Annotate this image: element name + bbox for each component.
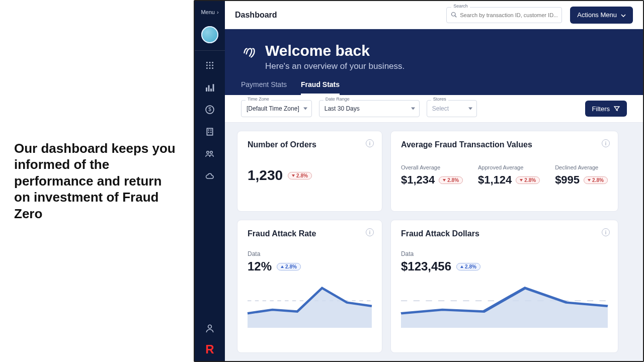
- avg-label: Declined Average: [555, 164, 608, 170]
- profile-icon[interactable]: [205, 324, 214, 333]
- topbar: Dashboard Search Actions Menu: [225, 1, 643, 29]
- hero-title: Welcome back: [265, 42, 405, 59]
- card-title: Fraud Attack Rate: [248, 229, 372, 238]
- app-frame: Menu › $: [194, 0, 644, 362]
- chevron-down-icon: [621, 11, 626, 19]
- svg-point-6: [206, 67, 208, 69]
- card-title: Average Fraud Transaction Values: [401, 140, 608, 149]
- search-input[interactable]: [460, 12, 557, 18]
- avatar[interactable]: [201, 26, 218, 43]
- triangle-down-icon: [292, 174, 295, 177]
- stores-legend: Stores: [431, 97, 448, 102]
- avg-value: $1,234: [401, 173, 435, 187]
- timezone-select[interactable]: Time Zone [Default Time Zone]: [241, 100, 312, 117]
- stores-select[interactable]: Stores Select: [427, 100, 477, 117]
- attack-dollars-delta-pill: 2.8%: [456, 263, 480, 270]
- svg-point-20: [207, 151, 209, 154]
- page-title: Dashboard: [235, 11, 277, 20]
- card-avg-fraud-values: Average Fraud Transaction Values i Overa…: [390, 131, 618, 212]
- cloud-icon[interactable]: [205, 171, 214, 180]
- filter-icon: [614, 105, 620, 113]
- brand-logo: R: [204, 343, 215, 356]
- avg-col-declined: Declined Average $995 2.8%: [555, 164, 608, 187]
- orders-delta: 2.8%: [296, 173, 308, 178]
- avg-label: Approved Average: [478, 164, 540, 170]
- chevron-down-icon: [411, 108, 415, 110]
- attack-dollars-value: $123,456: [401, 259, 451, 274]
- timezone-legend: Time Zone: [246, 97, 271, 102]
- svg-point-4: [209, 65, 211, 66]
- menu-toggle-label: Menu: [201, 9, 215, 15]
- triangle-down-icon: [443, 179, 446, 182]
- svg-rect-18: [208, 132, 209, 133]
- actions-menu-button[interactable]: Actions Menu: [570, 7, 633, 24]
- attack-dollars-chart: [401, 283, 608, 328]
- svg-point-23: [452, 12, 456, 16]
- svg-point-21: [210, 151, 213, 154]
- avg-delta-pill: 2.8%: [439, 176, 463, 184]
- search-field[interactable]: Search: [446, 7, 562, 23]
- tab-payment-stats[interactable]: Payment Stats: [241, 80, 287, 95]
- triangle-up-icon: [281, 265, 284, 268]
- chevron-right-icon: ›: [217, 9, 219, 15]
- nav-icons: $: [195, 50, 225, 180]
- chevron-down-icon: [303, 108, 307, 110]
- info-icon[interactable]: i: [366, 139, 374, 147]
- stores-value: Select: [432, 105, 449, 112]
- daterange-select[interactable]: Date Range Last 30 Days: [319, 100, 420, 117]
- users-icon[interactable]: [205, 149, 214, 158]
- bar-chart-icon[interactable]: [205, 83, 214, 92]
- svg-point-0: [206, 62, 208, 63]
- info-icon[interactable]: i: [602, 228, 610, 236]
- svg-point-2: [212, 62, 213, 63]
- daterange-legend: Date Range: [324, 97, 352, 102]
- data-label: Data: [401, 250, 608, 257]
- tab-fraud-stats[interactable]: Fraud Stats: [301, 80, 340, 95]
- svg-rect-12: [213, 84, 214, 92]
- attack-rate-chart: [248, 283, 372, 328]
- timezone-value: [Default Time Zone]: [247, 105, 299, 112]
- svg-point-1: [209, 62, 211, 63]
- filters-button[interactable]: Filters: [585, 101, 627, 117]
- hero-tabs: Payment Stats Fraud Stats: [241, 80, 627, 95]
- avg-delta-pill: 2.8%: [516, 176, 540, 184]
- svg-rect-16: [208, 130, 209, 131]
- grid-icon[interactable]: [205, 61, 214, 70]
- svg-rect-19: [210, 132, 211, 133]
- avg-label: Overall Average: [401, 164, 463, 170]
- svg-text:$: $: [208, 107, 211, 112]
- attack-rate-value: 12%: [248, 259, 272, 274]
- building-icon[interactable]: [205, 127, 214, 136]
- menu-toggle[interactable]: Menu ›: [195, 1, 225, 23]
- marketing-text: Our dashboard keeps you informed of the …: [14, 140, 180, 222]
- svg-rect-11: [210, 88, 212, 92]
- info-icon[interactable]: i: [366, 228, 374, 236]
- svg-point-22: [208, 325, 212, 328]
- card-title: Fraud Attack Dollars: [401, 229, 608, 238]
- triangle-up-icon: [460, 265, 463, 268]
- avg-value: $995: [555, 173, 580, 187]
- avg-value: $1,124: [478, 173, 512, 187]
- triangle-down-icon: [588, 179, 591, 182]
- dollar-icon[interactable]: $: [205, 105, 214, 114]
- svg-point-3: [206, 65, 208, 66]
- avg-col-overall: Overall Average $1,234 2.8%: [401, 164, 463, 187]
- filter-bar: Time Zone [Default Time Zone] Date Range…: [225, 95, 643, 123]
- search-icon: [451, 12, 457, 19]
- orders-value: 1,230: [248, 167, 283, 184]
- card-title: Number of Orders: [248, 140, 372, 149]
- avg-col-approved: Approved Average $1,124 2.8%: [478, 164, 540, 187]
- marketing-panel: Our dashboard keeps you informed of the …: [0, 0, 194, 362]
- sidebar: Menu › $: [195, 1, 225, 361]
- orders-delta-pill: 2.8%: [288, 172, 312, 179]
- info-icon[interactable]: i: [602, 139, 610, 147]
- attack-rate-delta-pill: 2.8%: [277, 263, 301, 270]
- search-legend: Search: [451, 4, 470, 9]
- svg-point-5: [212, 65, 213, 66]
- cards-grid: Number of Orders i 1,230 2.8% Average Fr…: [225, 123, 643, 361]
- chevron-down-icon: [468, 108, 472, 110]
- avg-delta-pill: 2.8%: [584, 176, 608, 184]
- svg-point-7: [209, 67, 211, 69]
- svg-line-24: [455, 16, 456, 17]
- daterange-value: Last 30 Days: [325, 105, 360, 112]
